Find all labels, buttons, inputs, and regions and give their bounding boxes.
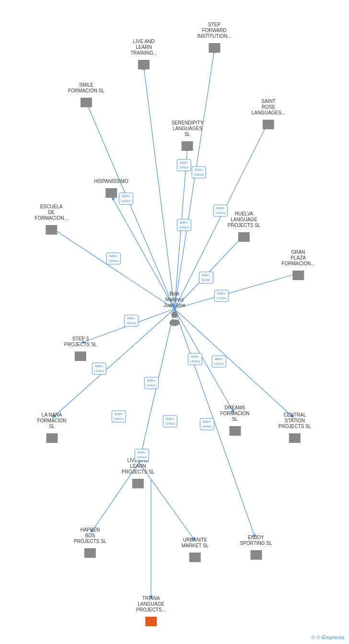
badge-12[interactable]: Adm.Unico — [212, 355, 226, 367]
diagram: BoteMartinezJuan Jose LIVE AND LEARN TRA… — [0, 0, 349, 644]
svg-rect-145 — [153, 621, 155, 623]
svg-rect-26 — [146, 65, 148, 67]
badge-6[interactable]: Adm.Unico — [177, 219, 191, 231]
badge-8[interactable]: Adm.Unico — [214, 290, 229, 302]
svg-line-6 — [52, 228, 174, 309]
svg-rect-78 — [297, 272, 299, 274]
svg-rect-112 — [134, 480, 136, 482]
svg-rect-85 — [80, 353, 81, 355]
svg-rect-40 — [89, 102, 91, 104]
node-happen-bds[interactable]: HAPPEN BDS PROJECTS SL — [74, 527, 106, 560]
building-icon-central-station — [288, 430, 302, 445]
svg-rect-136 — [252, 555, 254, 557]
svg-rect-138 — [258, 555, 260, 557]
building-icon-serendipity — [180, 138, 195, 153]
badge-3[interactable]: Adm.Unico — [192, 166, 206, 178]
center-person-node[interactable]: BoteMartinezJuan Jose — [163, 291, 186, 327]
svg-rect-23 — [146, 61, 148, 63]
badge-2[interactable]: Adm.Unico — [177, 159, 191, 171]
label-smile-formacion: SMILE FORMACION SL — [68, 82, 105, 94]
svg-rect-109 — [51, 438, 53, 440]
label-happen-bds: HAPPEN BDS PROJECTS SL — [74, 527, 106, 544]
badge-9[interactable]: Adm.Unico — [124, 315, 139, 327]
label-live-learn-training: LIVE AND LEARN TRAINING... — [130, 39, 157, 56]
node-serendipity[interactable]: SERENDIPITY LANGUAGES SL — [172, 120, 204, 153]
node-enjoy-sporting[interactable]: ENJOY SPORTING SL — [240, 535, 272, 562]
svg-rect-114 — [140, 480, 142, 482]
svg-rect-140 — [147, 618, 149, 620]
label-step3-projects: STEP 3 PROJECTS SL — [64, 336, 97, 348]
svg-rect-52 — [183, 146, 185, 148]
node-urbanite-market[interactable]: URBANITE MARKET SL — [182, 537, 209, 564]
badge-5[interactable]: Adm.Unico — [106, 252, 121, 264]
node-live-learn-projects[interactable]: LIVE AND LEARN PROJECTS SL — [122, 458, 154, 490]
node-gran-plaza[interactable]: GRAN PLAZA FORMACION... — [281, 249, 314, 282]
node-step3-projects[interactable]: STEP 3 PROJECTS SL — [64, 336, 97, 363]
svg-rect-80 — [294, 275, 296, 277]
svg-rect-92 — [234, 428, 236, 429]
badge-4[interactable]: Adm.Unico — [213, 204, 228, 216]
svg-rect-61 — [114, 193, 116, 195]
svg-rect-128 — [198, 554, 199, 556]
svg-rect-107 — [54, 435, 56, 437]
watermark: © © Empresia — [311, 634, 344, 640]
node-dreams-formacion[interactable]: DREAMS FORMACION SL — [220, 405, 249, 438]
node-huelva-language[interactable]: HUELVA LANGUAGE PROJECTS SL — [228, 211, 260, 244]
badge-7[interactable]: Adm.Solid. — [199, 271, 213, 283]
node-live-learn-training[interactable]: LIVE AND LEARN TRAINING... — [130, 39, 157, 71]
svg-line-1 — [174, 50, 214, 309]
svg-rect-79 — [301, 272, 302, 274]
building-icon-smile-formacion — [79, 95, 93, 109]
node-saint-rose[interactable]: SAINT ROSE LANGUAGES... — [252, 99, 286, 131]
watermark-brand: © Empresia — [316, 634, 344, 640]
node-la-nana[interactable]: LA NANA FORMACION SL — [37, 412, 66, 445]
building-icon-step3-projects — [73, 349, 88, 363]
label-gran-plaza: GRAN PLAZA FORMACION... — [281, 249, 314, 267]
building-icon-gran-plaza — [291, 268, 305, 282]
svg-rect-28 — [210, 45, 212, 46]
svg-rect-56 — [107, 190, 109, 192]
badge-15[interactable]: Adm.Unico — [200, 418, 214, 430]
label-escuela-formacion: ESCUELA DE FORMACION... — [35, 204, 68, 221]
node-escuela-formacion[interactable]: ESCUELA DE FORMACION... — [35, 204, 68, 237]
node-step-forward[interactable]: STEP FORWARD INSTITUTION... — [197, 22, 231, 55]
svg-rect-131 — [198, 557, 199, 559]
svg-rect-36 — [85, 99, 87, 101]
svg-rect-123 — [89, 553, 91, 555]
badge-14[interactable]: Adm.Unico — [163, 415, 177, 427]
svg-rect-86 — [83, 353, 85, 355]
badge-13[interactable]: Adm.Unico — [144, 377, 159, 389]
building-icon-enjoy-sporting — [249, 547, 263, 562]
badge-16[interactable]: Adm.Unico — [112, 410, 126, 422]
svg-rect-88 — [80, 356, 81, 358]
svg-rect-63 — [47, 226, 49, 228]
svg-rect-39 — [85, 102, 87, 104]
node-smile-formacion[interactable]: SMILE FORMACION SL — [68, 82, 105, 109]
svg-rect-42 — [264, 121, 266, 123]
svg-rect-98 — [291, 435, 292, 437]
svg-rect-53 — [186, 146, 188, 148]
node-central-station[interactable]: CENTRAL STATION PROJECTS SL — [279, 412, 311, 445]
badge-11[interactable]: Adm.Unico — [188, 353, 202, 365]
badge-17[interactable]: Adm.Unico — [135, 449, 149, 461]
svg-rect-32 — [213, 48, 215, 50]
svg-rect-108 — [47, 438, 49, 440]
svg-rect-102 — [294, 438, 296, 440]
svg-rect-43 — [268, 121, 269, 123]
svg-rect-58 — [114, 190, 116, 192]
svg-rect-68 — [54, 230, 56, 232]
label-saint-rose: SAINT ROSE LANGUAGES... — [252, 99, 286, 116]
svg-rect-101 — [291, 438, 292, 440]
svg-rect-96 — [237, 431, 239, 433]
svg-rect-35 — [82, 99, 84, 101]
node-triana-language[interactable]: TRIANA LANGUAGE PROJECTS... — [136, 596, 166, 628]
svg-rect-91 — [231, 428, 233, 429]
label-central-station: CENTRAL STATION PROJECTS SL — [279, 412, 311, 429]
label-triana-language: TRIANA LANGUAGE PROJECTS... — [136, 596, 166, 613]
badge-1[interactable]: Adm.Unico — [119, 192, 133, 204]
label-step-forward: STEP FORWARD INSTITUTION... — [197, 22, 231, 39]
svg-rect-134 — [255, 552, 257, 554]
svg-rect-142 — [153, 618, 155, 620]
svg-point-19 — [169, 319, 180, 326]
badge-10[interactable]: Adm.Unico — [92, 362, 106, 374]
